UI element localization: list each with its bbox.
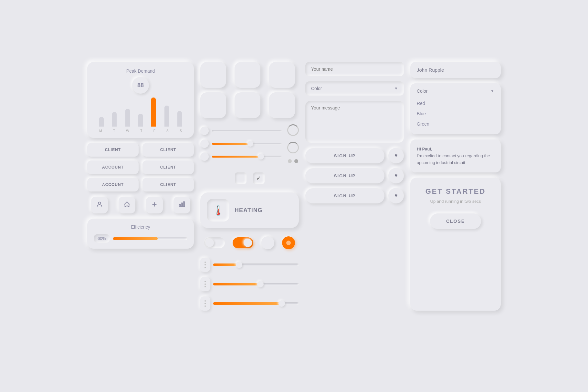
vol-dot-6	[205, 286, 206, 287]
toggle-on-1[interactable]	[233, 237, 253, 248]
vol-handle-1[interactable]	[200, 258, 210, 272]
column-3: Color ▼ SIGN UP ♥ SIGN UP ♥ SIGN UP	[305, 62, 404, 311]
vol-handle-2[interactable]	[200, 277, 210, 291]
client-btn-4[interactable]: CLIENT	[142, 178, 194, 191]
column-1: Peak Demand 88 M T W T F S S	[87, 62, 194, 311]
signup-btn-1[interactable]: SIGN UP	[305, 148, 384, 163]
label-t1: T	[113, 129, 115, 133]
heating-icon-box: 🌡️	[207, 199, 229, 222]
vol-handle-3[interactable]	[200, 296, 210, 311]
signup-row-3: SIGN UP ♥	[305, 188, 404, 203]
heart-icon-2: ♥	[394, 173, 398, 179]
message-greeting-text: Hi Paul,	[417, 147, 432, 151]
dot-pair	[288, 159, 298, 163]
label-t2: T	[140, 129, 142, 133]
vol-thumb-2[interactable]	[257, 281, 264, 287]
heart-btn-2[interactable]: ♥	[388, 168, 404, 183]
sq-btn-6[interactable]	[269, 92, 295, 118]
chevron-down-icon-2: ▼	[490, 89, 494, 93]
spinner-2	[287, 142, 299, 153]
vol-dot-7	[205, 300, 206, 302]
list-item-red[interactable]: Red	[417, 98, 494, 108]
slider-handle-2[interactable]	[247, 141, 253, 147]
vol-dot-5	[205, 284, 206, 285]
message-preview-card: Hi Paul, I'm excited to contact you rega…	[410, 139, 501, 172]
label-f: F	[153, 129, 155, 133]
vol-track-2	[213, 283, 299, 285]
list-item-blue[interactable]: Blue	[417, 108, 494, 119]
efficiency-track	[113, 237, 187, 240]
account-btn-1[interactable]: ACCOUNT	[87, 160, 139, 174]
toggle-thumb-on-1	[244, 239, 252, 247]
vol-thumb-3[interactable]	[278, 300, 285, 307]
slider-track-2	[212, 143, 282, 145]
svg-point-0	[98, 202, 100, 204]
peak-demand-card: Peak Demand 88 M T W T F S S	[87, 62, 194, 138]
label-s1: S	[166, 129, 169, 133]
get-started-subtitle: Up and running in two secs	[430, 199, 481, 204]
vol-fill-1	[213, 263, 239, 266]
home-icon	[123, 201, 131, 210]
name-input[interactable]	[305, 62, 404, 76]
close-button[interactable]: CLOSE	[430, 213, 481, 229]
bar-f	[151, 98, 156, 127]
client-btn-2[interactable]: CLIENT	[142, 143, 194, 157]
sq-btn-2[interactable]	[235, 62, 260, 88]
toggles-section	[200, 233, 299, 253]
bar-labels: M T W T F S S	[94, 129, 187, 133]
color-dropdown[interactable]: Color ▼	[305, 81, 404, 96]
dropdown-list-card: Color ▼ Red Blue Green	[410, 83, 501, 134]
sq-btn-4[interactable]	[200, 92, 226, 118]
color-dropdown-display[interactable]: Color ▼	[305, 81, 404, 96]
icon-row	[87, 197, 194, 213]
slider-thumb-3[interactable]	[200, 152, 209, 161]
name-display: John Rupple	[417, 67, 444, 73]
client-btn-1[interactable]: CLIENT	[87, 143, 139, 157]
message-textarea[interactable]	[305, 101, 404, 143]
toggle-circle-off[interactable]	[261, 236, 274, 249]
signup-btn-2[interactable]: SIGN UP	[305, 168, 384, 183]
checkbox-unchecked[interactable]	[235, 172, 247, 184]
person-icon	[96, 201, 103, 210]
heating-label: HEATING	[235, 207, 263, 214]
signup-row-2: SIGN UP ♥	[305, 168, 404, 183]
sq-btn-1[interactable]	[200, 62, 226, 88]
slider-row-2	[200, 139, 282, 148]
toggle-off-1[interactable]	[204, 237, 225, 248]
sq-btn-5[interactable]	[235, 92, 260, 118]
sq-btn-3[interactable]	[269, 62, 295, 88]
chevron-down-icon: ▼	[394, 86, 398, 91]
bar-s1	[164, 106, 169, 127]
slider-thumb-1[interactable]	[200, 127, 209, 135]
heart-btn-3[interactable]: ♥	[388, 188, 404, 203]
checkbox-area: ✓	[200, 169, 299, 187]
main-container: Peak Demand 88 M T W T F S S	[78, 52, 510, 340]
slider-track-1	[212, 130, 282, 132]
get-started-card: GET STARTED Up and running in two secs C…	[410, 178, 501, 311]
vol-thumb-1[interactable]	[236, 262, 242, 268]
get-started-title: GET STARTED	[425, 187, 486, 196]
svg-rect-3	[179, 204, 180, 207]
bar-chart	[94, 98, 187, 127]
checkbox-checked[interactable]: ✓	[253, 172, 265, 184]
list-item-green[interactable]: Green	[417, 119, 494, 129]
volume-sliders	[200, 258, 299, 311]
toggle-circle-on[interactable]	[282, 236, 295, 249]
client-btn-3[interactable]: CLIENT	[142, 160, 194, 174]
square-buttons-grid	[200, 62, 299, 118]
thermometer-icon: 🌡️	[212, 205, 224, 216]
account-btn-2[interactable]: ACCOUNT	[87, 178, 139, 191]
add-button[interactable]	[146, 197, 163, 213]
heart-btn-1[interactable]: ♥	[388, 148, 404, 163]
chart-button[interactable]	[173, 197, 190, 213]
efficiency-title: Efficiency	[94, 224, 187, 230]
signup-btn-3[interactable]: SIGN UP	[305, 188, 384, 203]
slider-handle-3[interactable]	[258, 154, 264, 160]
vol-dot-2	[205, 264, 206, 265]
person-button[interactable]	[91, 197, 108, 213]
bar-s2	[177, 111, 182, 127]
slider-thumb-2[interactable]	[200, 139, 209, 148]
spinner-group-1	[287, 124, 299, 136]
home-button[interactable]	[119, 197, 135, 213]
svg-rect-4	[181, 203, 183, 207]
